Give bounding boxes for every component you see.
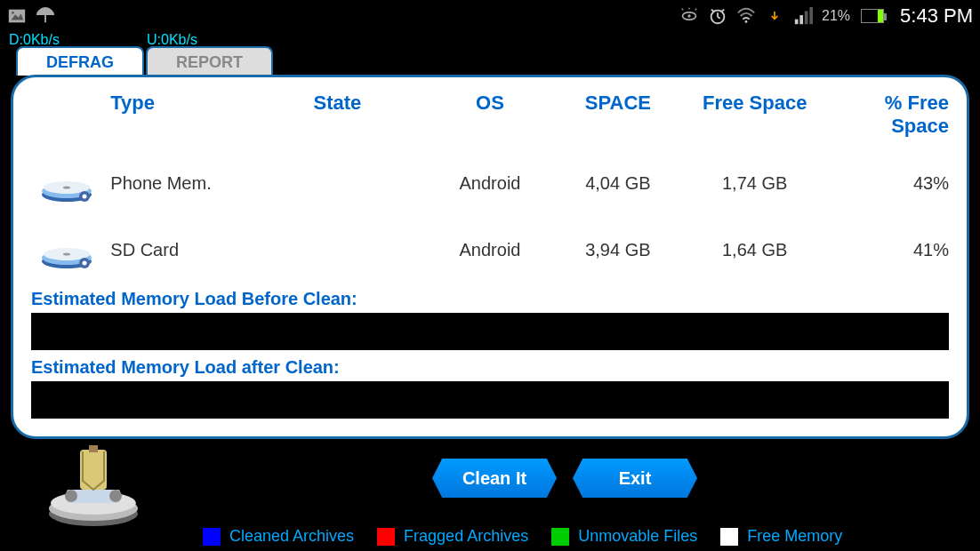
header-type: Type (110, 92, 313, 138)
svg-rect-17 (809, 6, 813, 23)
svg-point-23 (83, 195, 87, 199)
picture-icon (7, 6, 27, 26)
main-panel: Type State OS SPACE Free Space % Free Sp… (11, 75, 969, 439)
status-bar: 21% 5:43 PM (0, 0, 980, 31)
legend-item: Cleaned Archives (203, 527, 354, 546)
svg-rect-37 (89, 445, 98, 452)
svg-point-27 (63, 253, 70, 256)
legend-swatch (203, 528, 221, 546)
table-headers: Type State OS SPACE Free Space % Free Sp… (31, 88, 949, 150)
svg-rect-14 (795, 19, 799, 23)
legend-label: Free Memory (747, 527, 842, 546)
svg-line-6 (695, 8, 697, 10)
header-os: OS (429, 92, 552, 138)
app-icon (40, 441, 147, 530)
row-os: Android (429, 240, 552, 260)
svg-rect-16 (805, 11, 808, 24)
header-free: Free Space (684, 92, 825, 138)
legend-swatch (551, 528, 569, 546)
row-pct: 41% (825, 240, 949, 260)
svg-point-21 (63, 187, 70, 189)
svg-point-34 (65, 490, 77, 502)
svg-point-2 (12, 11, 14, 13)
exit-button[interactable]: Exit (573, 459, 697, 498)
row-free: 1,64 GB (684, 240, 825, 260)
table-row[interactable]: SD Card Android 3,94 GB 1,64 GB 41% (31, 217, 949, 283)
legend-label: Unmovable Files (578, 527, 697, 546)
tabs: DEFRAG REPORT (16, 46, 273, 76)
row-os: Android (429, 173, 552, 194)
eye-icon (679, 6, 699, 26)
svg-line-5 (682, 8, 684, 10)
header-pct: % Free Space (825, 92, 949, 138)
header-space: SPACE (551, 92, 684, 138)
download-arrow-icon (765, 6, 784, 26)
clean-button[interactable]: Clean It (432, 459, 557, 498)
legend-swatch (720, 528, 738, 546)
umbrella-icon (36, 6, 55, 26)
table-row[interactable]: Phone Mem. Android 4,04 GB 1,74 GB 43% (31, 150, 949, 217)
signal-icon (793, 6, 813, 26)
alarm-icon (708, 6, 727, 26)
svg-line-10 (718, 16, 720, 18)
disk-icon (40, 226, 93, 270)
svg-rect-36 (80, 450, 107, 490)
svg-point-29 (83, 261, 87, 266)
row-type: Phone Mem. (110, 173, 313, 194)
row-space: 3,94 GB (551, 240, 684, 260)
before-clean-bar (31, 313, 949, 350)
legend: Cleaned Archives Fragged Archives Unmova… (203, 527, 842, 546)
legend-label: Cleaned Archives (229, 527, 354, 546)
wifi-icon (736, 6, 756, 26)
battery-icon (861, 9, 884, 23)
row-space: 4,04 GB (551, 173, 684, 194)
svg-point-35 (109, 490, 122, 502)
legend-item: Unmovable Files (551, 527, 697, 546)
svg-line-12 (722, 9, 725, 11)
battery-percent: 21% (822, 8, 850, 24)
tab-report[interactable]: REPORT (146, 46, 273, 76)
svg-point-13 (745, 20, 748, 23)
after-clean-bar (31, 381, 949, 419)
tab-defrag[interactable]: DEFRAG (16, 46, 144, 76)
disk-icon (40, 159, 93, 204)
legend-swatch (377, 528, 395, 546)
row-pct: 43% (825, 173, 949, 194)
svg-rect-15 (799, 15, 803, 24)
clock: 5:43 PM (900, 4, 973, 28)
legend-item: Free Memory (720, 527, 842, 546)
legend-label: Fragged Archives (404, 527, 528, 546)
before-clean-label: Estimated Memory Load Before Clean: (31, 289, 949, 309)
svg-line-11 (711, 9, 714, 11)
row-type: SD Card (110, 240, 313, 260)
bottom-area: Clean It Exit Cleaned Archives Fragged A… (0, 441, 980, 551)
legend-item: Fragged Archives (377, 527, 528, 546)
svg-point-4 (687, 14, 690, 17)
row-free: 1,74 GB (684, 173, 825, 194)
header-state: State (314, 92, 429, 138)
after-clean-label: Estimated Memory Load after Clean: (31, 357, 949, 378)
